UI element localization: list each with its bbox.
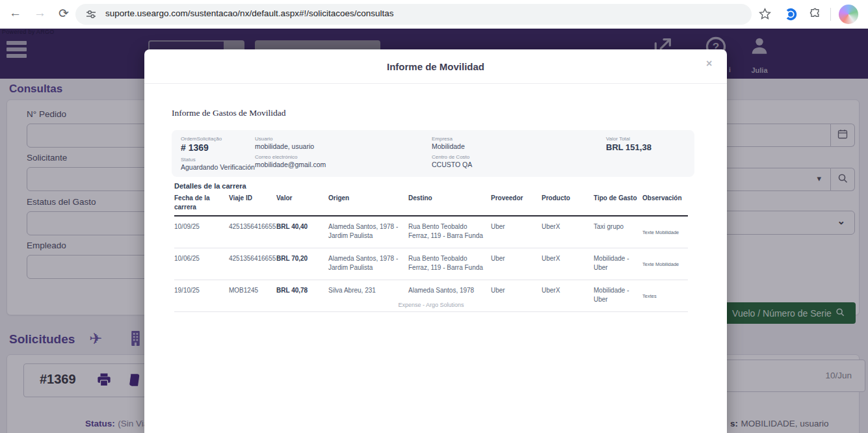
table-row: 10/09/25 4251356416655 BRL 40,40 Alameda…: [174, 216, 688, 248]
rides-table: Fecha de la carrera Viaje ID Valor Orige…: [174, 194, 688, 312]
extensions-puzzle-icon[interactable]: [808, 7, 821, 23]
mobility-report-modal: Informe de Movilidad × Informe de Gastos…: [144, 49, 727, 433]
toolbar-divider: [830, 8, 831, 21]
table-header-row: Fecha de la carrera Viaje ID Valor Orige…: [174, 194, 688, 216]
cell-producto: UberX: [542, 222, 594, 231]
modal-title: Informe de Movilidad: [144, 61, 727, 72]
cell-fecha: 10/09/25: [174, 222, 229, 231]
cell-valor: BRL 40,40: [276, 222, 328, 231]
report-summary-box: OrdemSolicitação # 1369 Status Aguardand…: [172, 130, 694, 177]
cell-origen: Silva Abreu, 231: [328, 286, 408, 295]
col-header: Producto: [542, 194, 594, 203]
cell-producto: UberX: [542, 286, 594, 295]
cell-origen: Alameda Santos, 1978 - Jardim Paulista: [328, 222, 408, 240]
cell-destino: Alameda Santos, 1978: [408, 286, 491, 295]
url-text[interactable]: suporte.useargo.com/sustentacao/nx/defau…: [105, 8, 394, 18]
col-header: Destino: [408, 194, 491, 203]
modal-divider: [144, 83, 727, 84]
cell-proveedor: Uber: [491, 254, 542, 263]
browser-forward-icon[interactable]: →: [34, 6, 46, 20]
cell-viaje-id: 4251356416655: [229, 254, 276, 263]
cell-origen: Alameda Santos, 1978 - Jardim Paulista: [328, 254, 408, 272]
browser-toolbar: ← → ⟳ suporte.useargo.com/sustentacao/nx…: [0, 0, 868, 29]
cell-fecha: 19/10/25: [174, 286, 229, 295]
bookmark-star-icon[interactable]: [758, 7, 772, 23]
cell-observacion: Texte Mobilidade: [642, 254, 688, 268]
user-label: Usuario: [255, 136, 273, 142]
table-row: 10/06/25 4251356416655 BRL 70,20 Alameda…: [174, 248, 688, 280]
company-value: Mobilidade: [432, 142, 465, 150]
col-header: Origen: [328, 194, 408, 203]
order-value: # 1369: [181, 142, 209, 153]
col-header: Valor: [276, 194, 328, 203]
cell-valor: BRL 40,78: [276, 286, 328, 295]
order-label: OrdemSolicitação: [181, 136, 222, 142]
cell-fecha: 10/06/25: [174, 254, 229, 263]
col-header: Fecha de la carrera: [174, 194, 229, 211]
cell-tipo-gasto: Taxi grupo: [594, 222, 642, 231]
cell-valor: BRL 70,20: [276, 254, 328, 263]
table-section-title: Detalles de la carrera: [174, 182, 246, 190]
cost-center-label: Centro de Costo: [432, 154, 469, 160]
email-label: Correo electrónico: [255, 154, 297, 160]
company-label: Empresa: [432, 136, 453, 142]
col-header: Viaje ID: [229, 194, 276, 203]
user-value: mobilidade, usuario: [255, 142, 314, 150]
total-value: BRL 151,38: [606, 142, 651, 152]
col-header: Proveedor: [491, 194, 542, 203]
total-label: Valor Total: [606, 136, 630, 142]
status-label: Status: [181, 157, 196, 163]
cell-proveedor: Uber: [491, 286, 542, 295]
browser-profile-avatar[interactable]: [839, 5, 858, 24]
cell-destino: Rua Bento Teobaldo Ferraz, 119 - Barra F…: [408, 254, 491, 272]
cell-observacion: Texte Mobilidade: [642, 222, 688, 236]
status-value: Aguardando Verificación: [181, 163, 255, 171]
cost-center-value: CCUSTO QA: [432, 161, 472, 168]
screen: ← → ⟳ suporte.useargo.com/sustentacao/nx…: [0, 0, 868, 433]
report-heading: Informe de Gastos de Movilidad: [172, 108, 285, 118]
cell-tipo-gasto: Mobilidade - Uber: [594, 254, 642, 272]
extension-shortcut-icon[interactable]: [783, 7, 798, 24]
close-icon[interactable]: ×: [706, 58, 712, 70]
cell-producto: UberX: [542, 254, 594, 263]
browser-back-icon[interactable]: ←: [9, 6, 21, 20]
cell-observacion: Textes: [642, 286, 688, 300]
cell-viaje-id: MOB1245: [229, 286, 276, 295]
col-header: Observación: [642, 194, 688, 203]
col-header: Tipo de Gasto: [594, 194, 642, 203]
cell-viaje-id: 4251356416655: [229, 222, 276, 231]
email-value: mobilidade@gmail.com: [255, 161, 326, 168]
cell-proveedor: Uber: [491, 222, 542, 231]
cell-tipo-gasto: Mobilidade - Uber: [594, 286, 642, 304]
cell-destino: Rua Bento Teobaldo Ferraz, 119 - Barra F…: [408, 222, 491, 240]
site-info-icon[interactable]: [86, 9, 96, 22]
browser-reload-icon[interactable]: ⟳: [59, 6, 69, 21]
modal-footer-text: Expense - Argo Solutions: [174, 302, 688, 308]
